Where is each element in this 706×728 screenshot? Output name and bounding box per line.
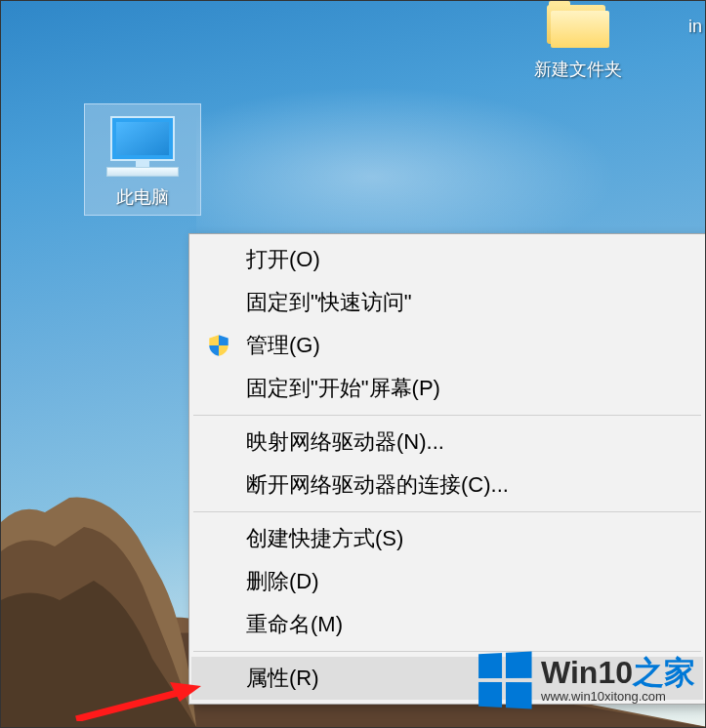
desktop-icon-label: 此电脑 (85, 185, 200, 209)
desktop-icon-new-folder[interactable]: 新建文件夹 (519, 1, 637, 81)
desktop-icon-partial[interactable]: in (676, 11, 706, 37)
menu-item-label: 断开网络驱动器的连接(C)... (246, 470, 509, 500)
menu-item-label: 固定到"快速访问" (246, 288, 412, 317)
menu-item-map-network-drive[interactable]: 映射网络驱动器(N)... (191, 421, 703, 464)
this-pc-icon (104, 116, 182, 180)
menu-item-delete[interactable]: 删除(D) (191, 560, 703, 603)
menu-item-disconnect-network-drive[interactable]: 断开网络驱动器的连接(C)... (191, 464, 703, 506)
menu-item-label: 映射网络驱动器(N)... (246, 427, 444, 457)
menu-item-pin-quick-access[interactable]: 固定到"快速访问" (191, 281, 703, 324)
menu-item-label: 创建快捷方式(S) (246, 524, 403, 553)
menu-separator (193, 415, 701, 416)
menu-item-properties[interactable]: 属性(R) (191, 657, 703, 700)
menu-item-label: 删除(D) (246, 567, 319, 596)
menu-item-label: 属性(R) (246, 664, 319, 693)
folder-icon (543, 1, 613, 52)
context-menu: 打开(O) 固定到"快速访问" 管理(G) 固定到"开始"屏幕(P) 映射网络驱… (188, 233, 706, 705)
desktop-icon-this-pc[interactable]: 此电脑 (84, 103, 201, 216)
menu-item-label: 固定到"开始"屏幕(P) (246, 374, 440, 403)
menu-separator (193, 511, 701, 512)
menu-item-label: 重命名(M) (246, 610, 343, 639)
uac-shield-icon (205, 332, 232, 359)
menu-item-manage[interactable]: 管理(G) (191, 324, 703, 367)
menu-item-label: 管理(G) (246, 331, 320, 360)
menu-item-open[interactable]: 打开(O) (191, 238, 703, 281)
menu-item-label: 打开(O) (246, 245, 320, 274)
desktop-icon-label: 新建文件夹 (519, 58, 637, 81)
menu-item-pin-start[interactable]: 固定到"开始"屏幕(P) (191, 367, 703, 410)
desktop-icon-label: in (676, 17, 706, 37)
menu-item-rename[interactable]: 重命名(M) (191, 603, 703, 646)
menu-separator (193, 651, 701, 652)
menu-item-create-shortcut[interactable]: 创建快捷方式(S) (191, 517, 703, 560)
